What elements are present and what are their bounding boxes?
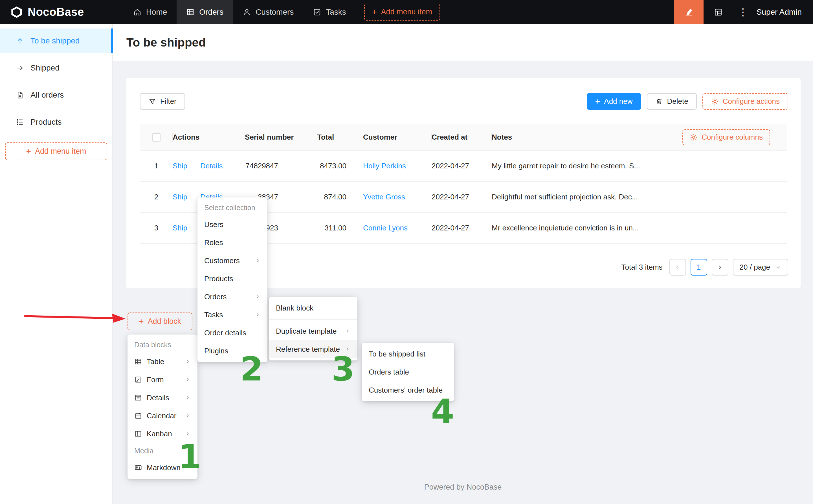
cell-created-at: 2022-04-27: [432, 162, 492, 170]
menu-item-duplicate-template[interactable]: Duplicate template: [269, 322, 357, 340]
more-menu-button[interactable]: ⋮: [733, 6, 753, 18]
column-header-actions: Actions: [173, 124, 245, 151]
add-menu-item-button-sidebar[interactable]: + Add menu item: [5, 142, 107, 160]
menu-item-label: Roles: [204, 238, 261, 247]
nav-item-label: Tasks: [326, 8, 346, 17]
menu-group-select-collection: Select collection: [197, 200, 267, 215]
menu-item-details[interactable]: Details: [128, 389, 197, 407]
current-user-menu[interactable]: Super Admin: [753, 8, 813, 17]
chevron-right-icon: [344, 328, 351, 334]
column-header-created-at: Created at: [432, 124, 492, 151]
navbar-right: ⋮ Super Admin: [674, 0, 813, 24]
menu-item-orders-table[interactable]: Orders table: [362, 363, 454, 381]
chevron-right-icon: [254, 257, 261, 264]
table-block-icon: [134, 358, 142, 366]
chevron-right-icon: [184, 395, 191, 401]
nav-item-label: Home: [146, 8, 167, 17]
add-menu-item-button-top[interactable]: + Add menu item: [364, 4, 440, 21]
sidebar-item-all-orders[interactable]: All orders: [0, 83, 112, 107]
menu-item-label: Customers: [204, 256, 250, 265]
nav-item-tasks[interactable]: Tasks: [303, 0, 356, 24]
chevron-right-icon: [184, 358, 191, 365]
powered-by-footer: Powered by NocoBase: [113, 483, 813, 492]
table-row[interactable]: 1 ShipDetails 74829847 8473.00 Holly Per…: [140, 151, 787, 182]
calendar-block-icon: [134, 412, 142, 420]
nav-item-orders[interactable]: Orders: [177, 0, 233, 24]
menu-item-products[interactable]: Products: [197, 270, 267, 288]
ship-link[interactable]: Ship: [173, 193, 187, 201]
plus-icon: +: [595, 97, 600, 106]
filter-icon: [148, 98, 156, 105]
configure-actions-button[interactable]: Configure actions: [702, 93, 788, 110]
nav-item-home[interactable]: Home: [124, 0, 177, 24]
cell-notes: Delightful met sufficient projection ask…: [492, 193, 655, 201]
schema-template-button[interactable]: [704, 0, 733, 24]
sidebar-item-to-be-shipped[interactable]: To be shipped: [0, 28, 112, 53]
details-link[interactable]: Details: [200, 162, 223, 170]
add-menu-item-label: Add menu item: [381, 8, 432, 16]
menu-item-calendar[interactable]: Calendar: [128, 407, 197, 425]
nav-item-customers[interactable]: Customers: [233, 0, 303, 24]
menu-item-roles[interactable]: Roles: [197, 234, 267, 252]
trash-icon: [655, 98, 663, 105]
pagination-page-1[interactable]: 1: [691, 259, 707, 276]
customer-link[interactable]: Holly Perkins: [363, 162, 406, 170]
ui-editor-button[interactable]: [674, 0, 704, 24]
menu-item-label: To be shipped list: [369, 350, 447, 358]
menu-item-label: Details: [147, 393, 180, 402]
menu-item-to-be-shipped-list[interactable]: To be shipped list: [362, 345, 454, 363]
chevron-right-icon: [717, 264, 723, 271]
menu-group-data-blocks: Data blocks: [128, 337, 197, 353]
pagination-prev-button[interactable]: [669, 259, 686, 276]
nocobase-logo-icon: [10, 6, 23, 19]
menu-item-label: Table: [147, 357, 180, 366]
sidebar-item-products[interactable]: Products: [0, 110, 112, 135]
column-header-customer: Customer: [363, 124, 432, 151]
add-block-button[interactable]: + Add block: [128, 312, 192, 330]
page-title: To be shipped: [126, 36, 206, 49]
kanban-block-icon: [134, 430, 142, 438]
select-all-checkbox[interactable]: [152, 133, 161, 142]
menu-item-label: Form: [147, 375, 180, 384]
pagination-total: Total 3 items: [621, 263, 663, 272]
plus-icon: +: [26, 147, 31, 156]
table-header-row: Actions Serial number Total Customer Cre…: [140, 124, 787, 151]
filter-label: Filter: [160, 97, 177, 106]
customer-link[interactable]: Connie Lyons: [363, 224, 408, 232]
markdown-block-icon: [134, 464, 142, 472]
annotation-step-1: 1: [178, 440, 201, 473]
menu-item-form[interactable]: Form: [128, 371, 197, 389]
ship-link[interactable]: Ship: [173, 224, 187, 232]
menu-item-blank-block[interactable]: Blank block: [269, 299, 357, 317]
delete-button[interactable]: Delete: [647, 93, 697, 110]
customer-link[interactable]: Yvette Gross: [363, 193, 405, 201]
filter-button[interactable]: Filter: [140, 93, 185, 110]
menu-item-tasks[interactable]: Tasks: [197, 306, 267, 324]
menu-item-users[interactable]: Users: [197, 215, 267, 234]
column-header-serial-number: Serial number: [245, 124, 317, 151]
top-navbar: NocoBase Home Orders Customers: [0, 0, 813, 24]
page-size-select[interactable]: 20 / page: [733, 259, 788, 276]
brand[interactable]: NocoBase: [0, 6, 84, 19]
sidebar-item-label: All orders: [30, 91, 64, 100]
menu-item-customers[interactable]: Customers: [197, 252, 267, 270]
gear-icon: [690, 133, 698, 141]
menu-item-order-details[interactable]: Order details: [197, 324, 267, 342]
pagination-next-button[interactable]: [712, 259, 728, 276]
chevron-right-icon: [254, 312, 261, 318]
ship-link[interactable]: Ship: [173, 162, 187, 170]
menu-item-orders[interactable]: Orders: [197, 288, 267, 306]
configure-columns-button[interactable]: Configure columns: [682, 129, 770, 145]
menu-item-label: Orders: [204, 292, 250, 301]
nav-item-label: Customers: [256, 8, 294, 17]
menu-item-table[interactable]: Table: [128, 353, 197, 371]
menu-item-label: Users: [204, 220, 261, 229]
add-new-label: Add new: [604, 97, 632, 106]
sidebar-item-shipped[interactable]: Shipped: [0, 56, 112, 80]
select-collection-menu: Select collection Users Roles Customers …: [197, 197, 267, 362]
table-toolbar: Filter + Add new Delete: [140, 93, 788, 110]
chevron-right-icon: [184, 377, 191, 383]
cell-total: 8473.00: [317, 162, 346, 170]
add-new-button[interactable]: + Add new: [587, 93, 641, 110]
cell-notes: Mr excellence inquietude conviction is i…: [492, 224, 655, 232]
